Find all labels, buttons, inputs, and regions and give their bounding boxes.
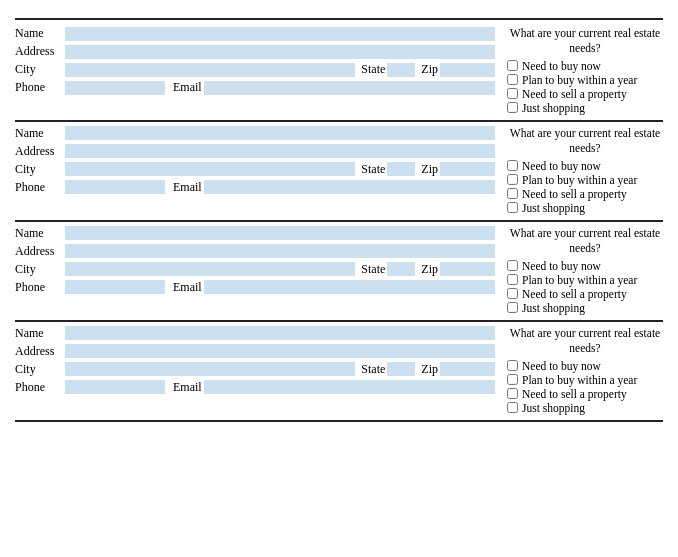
phone-row: Phone Email <box>15 180 495 195</box>
needs-option-label-3: Just shopping <box>522 202 585 214</box>
phone-row: Phone Email <box>15 80 495 95</box>
needs-option-label-2: Need to sell a property <box>522 388 627 400</box>
needs-option-label-2: Need to sell a property <box>522 288 627 300</box>
needs-option-1: Plan to buy within a year <box>507 74 663 86</box>
phone-input[interactable] <box>65 280 165 294</box>
needs-checkbox-2[interactable] <box>507 88 518 99</box>
address-input[interactable] <box>65 45 495 59</box>
needs-checkbox-3[interactable] <box>507 202 518 213</box>
name-row: Name <box>15 226 495 241</box>
zip-input[interactable] <box>440 362 495 376</box>
address-label: Address <box>15 144 65 159</box>
needs-option-2: Need to sell a property <box>507 288 663 300</box>
name-label: Name <box>15 326 65 341</box>
needs-option-label-1: Plan to buy within a year <box>522 74 637 86</box>
needs-option-label-3: Just shopping <box>522 102 585 114</box>
needs-section-1: What are your current real estate needs?… <box>503 26 663 116</box>
needs-checkbox-0[interactable] <box>507 260 518 271</box>
city-label: City <box>15 262 65 277</box>
state-label: State <box>361 62 385 77</box>
address-label: Address <box>15 244 65 259</box>
name-row: Name <box>15 26 495 41</box>
state-label: State <box>361 362 385 377</box>
email-label: Email <box>173 280 202 295</box>
needs-checkbox-0[interactable] <box>507 160 518 171</box>
phone-label: Phone <box>15 180 65 195</box>
needs-option-2: Need to sell a property <box>507 188 663 200</box>
address-row: Address <box>15 44 495 59</box>
city-input[interactable] <box>65 262 355 276</box>
state-input[interactable] <box>387 63 415 77</box>
address-row: Address <box>15 344 495 359</box>
zip-input[interactable] <box>440 262 495 276</box>
name-input[interactable] <box>65 126 495 140</box>
email-label: Email <box>173 180 202 195</box>
zip-input[interactable] <box>440 63 495 77</box>
state-input[interactable] <box>387 362 415 376</box>
zip-label: Zip <box>421 262 438 277</box>
needs-checkbox-2[interactable] <box>507 288 518 299</box>
needs-checkbox-1[interactable] <box>507 374 518 385</box>
address-label: Address <box>15 344 65 359</box>
city-input[interactable] <box>65 362 355 376</box>
state-input[interactable] <box>387 262 415 276</box>
city-row: City State Zip <box>15 162 495 177</box>
address-input[interactable] <box>65 344 495 358</box>
form-fields-4: Name Address City State Zip Phone Email <box>15 326 503 416</box>
needs-option-label-1: Plan to buy within a year <box>522 274 637 286</box>
needs-option-label-2: Need to sell a property <box>522 88 627 100</box>
phone-input[interactable] <box>65 380 165 394</box>
city-label: City <box>15 162 65 177</box>
phone-input[interactable] <box>65 180 165 194</box>
name-label: Name <box>15 126 65 141</box>
needs-option-label-0: Need to buy now <box>522 60 601 72</box>
address-input[interactable] <box>65 244 495 258</box>
needs-option-0: Need to buy now <box>507 260 663 272</box>
needs-checkbox-3[interactable] <box>507 402 518 413</box>
city-input[interactable] <box>65 162 355 176</box>
address-row: Address <box>15 244 495 259</box>
needs-option-1: Plan to buy within a year <box>507 174 663 186</box>
needs-option-label-1: Plan to buy within a year <box>522 374 637 386</box>
name-input[interactable] <box>65 326 495 340</box>
needs-checkbox-2[interactable] <box>507 388 518 399</box>
name-input[interactable] <box>65 226 495 240</box>
email-input[interactable] <box>204 280 495 294</box>
name-input[interactable] <box>65 27 495 41</box>
needs-checkbox-0[interactable] <box>507 360 518 371</box>
name-label: Name <box>15 226 65 241</box>
email-input[interactable] <box>204 180 495 194</box>
address-input[interactable] <box>65 144 495 158</box>
email-input[interactable] <box>204 380 495 394</box>
needs-option-label-3: Just shopping <box>522 402 585 414</box>
city-input[interactable] <box>65 63 355 77</box>
needs-checkbox-3[interactable] <box>507 102 518 113</box>
needs-option-0: Need to buy now <box>507 160 663 172</box>
needs-checkbox-1[interactable] <box>507 274 518 285</box>
needs-option-3: Just shopping <box>507 302 663 314</box>
needs-checkbox-2[interactable] <box>507 188 518 199</box>
title-divider <box>15 18 663 20</box>
needs-section-2: What are your current real estate needs?… <box>503 126 663 216</box>
name-row: Name <box>15 126 495 141</box>
needs-option-label-0: Need to buy now <box>522 160 601 172</box>
needs-checkbox-3[interactable] <box>507 302 518 313</box>
address-label: Address <box>15 44 65 59</box>
email-input[interactable] <box>204 81 495 95</box>
address-row: Address <box>15 144 495 159</box>
needs-option-1: Plan to buy within a year <box>507 374 663 386</box>
phone-input[interactable] <box>65 81 165 95</box>
section-2: Name Address City State Zip Phone Email … <box>15 126 663 222</box>
needs-option-3: Just shopping <box>507 102 663 114</box>
needs-checkbox-1[interactable] <box>507 74 518 85</box>
needs-title: What are your current real estate needs? <box>507 26 663 56</box>
needs-option-label-3: Just shopping <box>522 302 585 314</box>
needs-option-label-0: Need to buy now <box>522 260 601 272</box>
zip-label: Zip <box>421 162 438 177</box>
needs-option-2: Need to sell a property <box>507 88 663 100</box>
state-input[interactable] <box>387 162 415 176</box>
needs-checkbox-1[interactable] <box>507 174 518 185</box>
zip-input[interactable] <box>440 162 495 176</box>
needs-option-0: Need to buy now <box>507 60 663 72</box>
needs-checkbox-0[interactable] <box>507 60 518 71</box>
